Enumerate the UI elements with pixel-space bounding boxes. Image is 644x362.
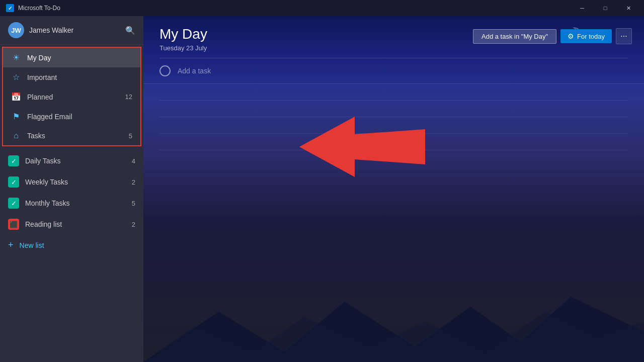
sidebar-item-important[interactable]: ☆ Important (3, 67, 140, 87)
new-list-label: New list (20, 241, 44, 249)
list-item-count: 2 (132, 221, 135, 228)
task-circle-icon (159, 65, 171, 76)
star-icon: ☆ (11, 72, 21, 82)
sidebar-nav-group: ☀ My Day ☆ Important 📅 Planned 12 ⚑ Flag… (2, 47, 141, 146)
list-item-daily-tasks[interactable]: ✓ Daily Tasks 4 (0, 150, 143, 171)
list-item-label: Monthly Tasks (25, 199, 126, 207)
sidebar-item-label: Flagged Email (27, 113, 132, 121)
restore-button[interactable]: □ (594, 0, 617, 16)
list-item-count: 2 (132, 178, 135, 186)
sidebar-item-tasks[interactable]: ⌂ Tasks 5 (3, 126, 140, 145)
sidebar-header: JW James Walker 🔍 (0, 16, 143, 45)
list-item-label: Reading list (25, 220, 126, 228)
titlebar-left: ✓ Microsoft To-Do (6, 4, 60, 12)
app-icon: ✓ (6, 4, 14, 12)
check-icon-red: ⬛ (8, 219, 19, 230)
sidebar-user: JW James Walker (8, 22, 73, 38)
titlebar-controls: ─ □ ✕ (571, 0, 640, 16)
search-button[interactable]: 🔍 (125, 26, 135, 35)
sidebar-item-label: Tasks (27, 132, 123, 140)
home-icon: ⌂ (11, 131, 21, 140)
avatar: JW (8, 22, 24, 38)
flag-icon: ⚑ (11, 112, 21, 121)
username-label: James Walker (29, 26, 73, 34)
list-item-count: 4 (132, 157, 135, 165)
sun-icon: ☀ (11, 53, 21, 62)
add-task-input[interactable] (178, 67, 628, 75)
sidebar-item-my-day[interactable]: ☀ My Day (3, 48, 140, 67)
titlebar: ✓ Microsoft To-Do ─ □ ✕ (0, 0, 644, 16)
sidebar-item-count: 5 (129, 132, 132, 140)
list-item-weekly-tasks[interactable]: ✓ Weekly Tasks 2 (0, 171, 143, 193)
sidebar-item-flagged-email[interactable]: ⚑ Flagged Email (3, 107, 140, 126)
list-item-reading-list[interactable]: ⬛ Reading list 2 (0, 214, 143, 235)
minimize-button[interactable]: ─ (571, 0, 594, 16)
sidebar-item-label: My Day (27, 54, 132, 62)
for-today-label: For today (577, 33, 605, 40)
list-item-count: 5 (132, 200, 135, 207)
content-divider-2 (159, 117, 628, 117)
add-task-in-my-day-button[interactable]: Add a task in "My Day" (473, 29, 556, 44)
page-subtitle: Tuesday 23 July (159, 44, 628, 52)
list-item-label: Weekly Tasks (25, 178, 126, 186)
sidebar-item-count: 12 (125, 93, 132, 101)
sidebar: JW James Walker 🔍 ☀ My Day ☆ Important 📅… (0, 16, 143, 362)
gear-icon: ⚙ (568, 32, 574, 40)
list-item-label: Daily Tasks (25, 157, 126, 165)
more-options-button[interactable]: ··· (616, 28, 632, 44)
app-title: Microsoft To-Do (18, 5, 60, 12)
content-divider-4 (159, 150, 628, 150)
check-icon-green: ✓ (8, 176, 19, 188)
content-divider-1 (159, 100, 628, 101)
header-toolbar: Add a task in "My Day" ⚙ For today ··· (473, 28, 632, 44)
sidebar-item-label: Planned (27, 93, 119, 101)
list-item-monthly-tasks[interactable]: ✓ Monthly Tasks 5 (0, 193, 143, 214)
content-area (143, 84, 644, 362)
main-content: My Day Tuesday 23 July Add a task in "My… (143, 16, 644, 362)
close-button[interactable]: ✕ (617, 0, 640, 16)
app-body: JW James Walker 🔍 ☀ My Day ☆ Important 📅… (0, 16, 644, 362)
plus-icon: + (8, 240, 14, 250)
check-icon-green: ✓ (8, 155, 19, 166)
new-list-button[interactable]: + New list (0, 235, 143, 255)
sidebar-item-label: Important (27, 73, 132, 81)
sidebar-item-planned[interactable]: 📅 Planned 12 (3, 87, 140, 107)
calendar-icon: 📅 (11, 92, 21, 102)
content-divider-3 (159, 133, 628, 134)
for-today-button[interactable]: ⚙ For today (560, 29, 612, 43)
ellipsis-icon: ··· (620, 32, 627, 41)
sidebar-lists: ✓ Daily Tasks 4 ✓ Weekly Tasks 2 ✓ Month… (0, 148, 143, 362)
check-icon-green: ✓ (8, 198, 19, 209)
task-input-row (143, 58, 644, 84)
